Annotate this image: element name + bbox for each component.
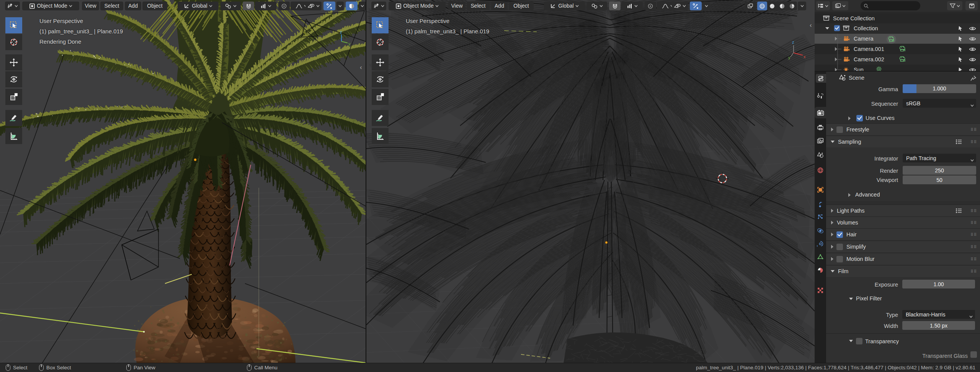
svg-text:x: x	[804, 54, 806, 59]
svg-text:z: z	[340, 30, 342, 34]
svg-text:y: y	[788, 55, 791, 60]
svg-text:z: z	[792, 40, 794, 44]
svg-text:y: y	[348, 41, 351, 46]
